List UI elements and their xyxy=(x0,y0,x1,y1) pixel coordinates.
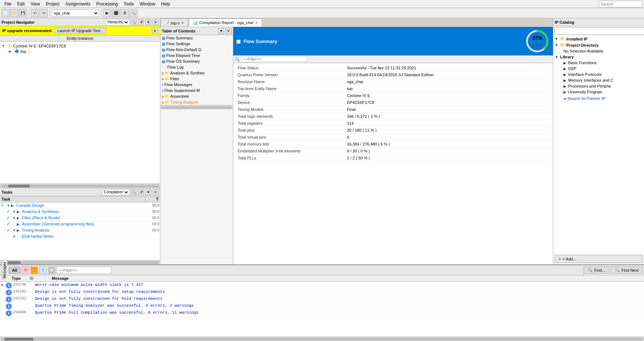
tasks-menu-btn[interactable]: ▼ xyxy=(145,189,151,195)
hierarchy-select[interactable]: Hierarchy xyxy=(106,19,129,26)
menu-file[interactable]: File xyxy=(1,1,14,7)
project-dir-expand-icon[interactable]: ▼ xyxy=(555,43,559,47)
task-expand-4[interactable]: ▼ xyxy=(12,228,17,232)
installed-expand-icon[interactable]: ▼ xyxy=(555,37,559,41)
toc-item-flow-messages[interactable]: ℹ Flow Messages xyxy=(160,82,233,88)
table-row[interactable]: ✓ ▶ Assembler (Generate programming file… xyxy=(0,221,160,227)
project-select[interactable]: vga_char xyxy=(52,9,99,17)
university-expand-icon[interactable]: ▶ xyxy=(563,90,567,94)
tab-top-v-close[interactable]: ✕ xyxy=(181,21,184,25)
stop-btn[interactable]: ⬛ xyxy=(112,9,120,17)
toc-item-flow-os-summary[interactable]: ▦ Flow OS Summary xyxy=(160,58,233,64)
task-expand-2[interactable]: ▼ xyxy=(12,216,17,220)
ip-upgrade-close-button[interactable]: ✕ xyxy=(152,28,158,34)
nav-pin-btn[interactable]: 📌 xyxy=(138,19,144,25)
toc-item-flow-summary[interactable]: ▦ Flow Summary xyxy=(160,35,233,41)
ip-section-project-dir[interactable]: ▼ 📁 Project Directory xyxy=(553,42,644,48)
list-item[interactable]: ▶ i 332146 Worst-case minimum pulse widt… xyxy=(1,282,643,289)
menu-project[interactable]: Project xyxy=(43,1,62,7)
list-item[interactable]: i Quartus Prime Timing Analyzer was succ… xyxy=(1,303,643,310)
task-run-4[interactable]: ▶ xyxy=(17,228,22,232)
ip-section-library[interactable]: ▼ Library xyxy=(553,54,644,60)
task-name-eda[interactable]: EDA Netlist Writer xyxy=(22,234,145,239)
ip-child-dsp[interactable]: ▶ DSP xyxy=(553,66,644,71)
interface-expand-icon[interactable]: ▶ xyxy=(563,73,567,77)
list-item[interactable]: i 332102 Design is not fully constrained… xyxy=(1,296,643,303)
table-row[interactable]: ✓ ▼ ▶ Timing Analysis 00:0 xyxy=(0,227,160,233)
bottom-scrollbar[interactable] xyxy=(0,337,644,341)
menu-edit[interactable]: Edit xyxy=(14,1,28,7)
task-name-assembler[interactable]: Assembler (Generate programming files) xyxy=(22,222,145,226)
all-filter-button[interactable]: All xyxy=(9,267,20,274)
bottom-scroll-thumb[interactable] xyxy=(4,338,34,341)
tree-item-top[interactable]: ▶ 🔷 top ⚠ xyxy=(9,49,159,54)
msg-expand-0[interactable]: ▶ xyxy=(1,283,6,287)
ip-child-university[interactable]: ▶ University Program xyxy=(553,89,644,95)
toc-close-btn[interactable]: ✕ xyxy=(226,28,231,34)
tasks-close-btn[interactable]: ✕ xyxy=(153,189,159,195)
ip-child-search-partner[interactable]: ● Search for Partner IP xyxy=(553,95,644,102)
processors-expand-icon[interactable]: ▶ xyxy=(563,84,567,88)
launch-ip-upgrade-button[interactable]: Launch IP Upgrade Tool... xyxy=(55,27,106,34)
find-button[interactable]: 🔍 Find... xyxy=(583,267,609,274)
nav-scroll-thumb[interactable] xyxy=(8,185,30,187)
toc-scrollbar[interactable] xyxy=(160,105,233,109)
ip-child-processors[interactable]: ▶ Processors and Periphe xyxy=(553,83,644,89)
list-item[interactable]: i 293000 Quartus Prime Full Compilation … xyxy=(1,310,643,317)
nav-scrollbar[interactable] xyxy=(0,183,160,188)
task-name-compile-design[interactable]: Compile Design xyxy=(16,203,145,208)
filter-input[interactable] xyxy=(241,56,307,62)
menu-assignments[interactable]: Assignments xyxy=(62,1,93,7)
filter-text-input[interactable] xyxy=(57,267,112,274)
redo-btn[interactable]: ↪ xyxy=(40,9,48,17)
dsp-expand-icon[interactable]: ▶ xyxy=(563,67,567,71)
ip-add-button[interactable]: + + Add... xyxy=(555,255,643,263)
task-name-fitter[interactable]: Fitter (Place & Route) xyxy=(22,216,145,220)
info-filter-button[interactable]: ℹ xyxy=(39,267,47,274)
table-row[interactable]: ✓ ▼ ▶ Compile Design 00:0 xyxy=(0,202,160,209)
task-run-3[interactable]: ▶ xyxy=(17,222,22,226)
nav-close-btn[interactable]: ✕ xyxy=(153,19,159,25)
ip-section-installed[interactable]: ▼ 📁 Installed IP xyxy=(553,36,644,42)
ip-search-input[interactable] xyxy=(554,27,644,35)
library-expand-icon[interactable]: ▼ xyxy=(555,55,559,59)
settings-btn[interactable]: ⚙ xyxy=(121,9,129,17)
search-input[interactable] xyxy=(599,1,643,7)
menu-help[interactable]: Help xyxy=(158,1,173,7)
messages-label[interactable]: Messages xyxy=(1,260,7,280)
task-run-1[interactable]: ▶ xyxy=(17,210,22,214)
report-filter-button[interactable]: 📋 xyxy=(48,267,55,274)
compilation-select[interactable]: Compilation xyxy=(102,189,129,195)
toc-item-timing-analyzer[interactable]: ▶📁 Timing Analyzer xyxy=(160,99,233,105)
table-row[interactable]: ✓ ▼ ▶ Analysis & Synthesis 00:0 xyxy=(0,209,160,215)
memory-expand-icon[interactable]: ▶ xyxy=(563,78,567,82)
menu-processing[interactable]: Processing xyxy=(93,1,121,7)
open-btn[interactable]: 📁 xyxy=(10,9,18,17)
tree-expand-top[interactable]: ▶ xyxy=(9,49,13,53)
compile-btn[interactable]: ▶ xyxy=(103,9,111,17)
tab-compilation-close[interactable]: ✕ xyxy=(255,21,258,25)
table-row[interactable]: ✓ ▼ EDA Netlist Writer xyxy=(0,233,160,240)
toc-item-flow-log[interactable]: 📄 Flow Log xyxy=(160,64,233,70)
task-name-timing[interactable]: Timing Analysis xyxy=(22,228,145,232)
tasks-scrollbar[interactable] xyxy=(0,260,160,264)
list-item[interactable]: i 332102 Design is not fully constrained… xyxy=(1,289,643,296)
find-next-button[interactable]: 🔍 Find Next xyxy=(611,267,643,274)
toc-item-flow-non-default[interactable]: ▦ Flow Non-Default G xyxy=(160,47,233,53)
task-run-2[interactable]: ▶ xyxy=(17,216,22,220)
toc-item-flow-settings[interactable]: ▦ Flow Settings xyxy=(160,41,233,47)
nav-search-btn[interactable]: 🔍 xyxy=(131,19,137,25)
task-name-analysis[interactable]: Analysis & Synthesis xyxy=(22,209,145,214)
save-btn[interactable]: 💾 xyxy=(19,9,27,17)
tab-top-v[interactable]: 📝 top.v ✕ xyxy=(160,19,188,27)
warning-filter-button[interactable]: ⚠ xyxy=(31,267,38,274)
task-expand-0[interactable]: ▼ xyxy=(7,204,11,208)
tree-expand-device[interactable]: ▼ xyxy=(1,44,6,48)
task-run-0[interactable]: ▶ xyxy=(11,204,16,208)
new-btn[interactable]: 📄 xyxy=(1,9,9,17)
toc-menu-btn[interactable]: ▼ xyxy=(218,28,224,34)
tab-compilation-report[interactable]: 📊 Compilation Report - vga_char ✕ xyxy=(189,19,262,27)
toc-item-analysis[interactable]: ▶📁 Analysis & Synthes xyxy=(160,70,233,76)
toc-item-assembler[interactable]: ▶📁 Assembler xyxy=(160,93,233,99)
menu-view[interactable]: View xyxy=(28,1,43,7)
